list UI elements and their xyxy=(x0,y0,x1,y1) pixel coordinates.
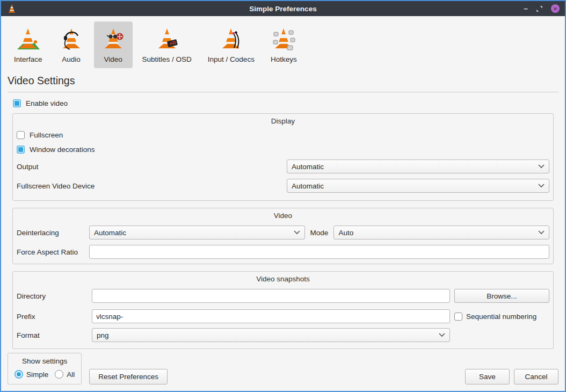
prefix-row: Prefix Sequential numbering xyxy=(17,306,549,326)
tab-interface[interactable]: Interface xyxy=(8,21,49,68)
prefix-label: Prefix xyxy=(17,313,88,321)
tab-label: Audio xyxy=(62,55,81,63)
save-button[interactable]: Save xyxy=(465,369,510,384)
chevron-down-icon xyxy=(538,184,545,188)
format-select[interactable]: png xyxy=(92,328,450,342)
enable-video-label: Enable video xyxy=(26,99,68,107)
force-aspect-ratio-label: Force Aspect Ratio xyxy=(17,248,89,256)
simple-radio-label: Simple xyxy=(26,371,48,379)
tab-subtitles-osd[interactable]: Subtitles / OSD xyxy=(136,21,198,68)
fullscreen-video-device-row: Fullscreen Video Device Automatic xyxy=(17,176,549,195)
hotkeys-icon xyxy=(271,26,296,52)
radio-all[interactable]: All xyxy=(55,370,75,379)
fullscreen-checkbox[interactable] xyxy=(17,131,25,139)
interface-icon xyxy=(15,26,41,52)
restore-icon xyxy=(536,5,543,12)
video-icon xyxy=(100,26,126,52)
snapshots-group-title: Video snapshots xyxy=(13,272,553,285)
browse-button[interactable]: Browse... xyxy=(454,289,549,303)
fullscreen-label: Fullscreen xyxy=(30,131,63,139)
directory-row: Directory Browse... xyxy=(17,286,549,306)
deinterlacing-select[interactable]: Automatic xyxy=(89,226,305,239)
cancel-button[interactable]: Cancel xyxy=(514,369,558,384)
chevron-down-icon xyxy=(439,333,445,337)
display-group-title: Display xyxy=(13,114,553,127)
show-settings-group: Show settings Simple All xyxy=(8,353,82,384)
chevron-down-icon xyxy=(538,164,545,169)
fullscreen-row: Fullscreen xyxy=(17,128,549,142)
window-decorations-row: Window decorations xyxy=(17,142,549,157)
snapshots-group: Video snapshots Directory Browse... Pref… xyxy=(12,271,554,349)
page-title: Video Settings xyxy=(8,75,558,87)
close-button[interactable]: ✕ xyxy=(551,4,560,13)
tab-video[interactable]: Video xyxy=(94,21,133,68)
output-select[interactable]: Automatic xyxy=(287,159,549,173)
video-group: Video Deinterlacing Automatic Mode Auto … xyxy=(12,208,554,264)
fullscreen-video-device-label: Fullscreen Video Device xyxy=(17,182,287,190)
restore-button[interactable] xyxy=(536,5,543,12)
audio-icon xyxy=(59,26,84,52)
tab-label: Input / Codecs xyxy=(208,55,255,63)
reset-preferences-button[interactable]: Reset Preferences xyxy=(89,369,168,384)
force-aspect-ratio-row: Force Aspect Ratio xyxy=(17,245,549,259)
display-group: Display Fullscreen Window decorations Ou… xyxy=(12,113,554,201)
preferences-toolbar: Interface Audio xyxy=(1,16,565,68)
deinterlacing-row: Deinterlacing Automatic Mode Auto xyxy=(17,226,549,239)
window-decorations-checkbox[interactable] xyxy=(17,146,25,154)
tab-input-codecs[interactable]: Input / Codecs xyxy=(201,21,261,68)
all-radio-label: All xyxy=(67,371,75,379)
titlebar: Simple Preferences – ✕ xyxy=(1,1,565,16)
prefix-input[interactable] xyxy=(92,309,450,323)
chevron-down-icon xyxy=(538,230,545,235)
output-label: Output xyxy=(17,163,287,171)
enable-video-checkbox[interactable] xyxy=(13,99,21,107)
format-row: Format png xyxy=(17,326,549,344)
deinterlacing-label: Deinterlacing xyxy=(17,229,89,237)
preferences-window: Simple Preferences – ✕ Interface xyxy=(0,0,566,392)
mode-label: Mode xyxy=(310,229,329,237)
window-decorations-label: Window decorations xyxy=(30,146,95,154)
force-aspect-ratio-input[interactable] xyxy=(89,245,549,259)
sequential-numbering-label: Sequential numbering xyxy=(466,313,536,321)
fullscreen-video-device-select[interactable]: Automatic xyxy=(287,179,549,193)
video-group-title: Video xyxy=(13,208,553,221)
input-codecs-icon xyxy=(218,26,244,52)
tab-label: Video xyxy=(104,55,122,63)
heading-divider xyxy=(8,92,558,92)
tab-audio[interactable]: Audio xyxy=(52,21,91,68)
window-controls: – ✕ xyxy=(524,4,560,13)
output-row: Output Automatic xyxy=(17,157,549,176)
directory-label: Directory xyxy=(17,292,88,300)
show-settings-title: Show settings xyxy=(22,357,67,365)
deinterlace-mode-select[interactable]: Auto xyxy=(333,226,549,239)
tab-hotkeys[interactable]: Hotkeys xyxy=(264,21,303,68)
radio-simple[interactable]: Simple xyxy=(14,370,48,379)
all-radio-button[interactable] xyxy=(55,370,63,379)
format-label: Format xyxy=(17,331,88,339)
chevron-down-icon xyxy=(294,230,300,235)
simple-radio-button[interactable] xyxy=(14,370,23,379)
sequential-numbering-row: Sequential numbering xyxy=(454,313,549,321)
subtitles-icon xyxy=(154,26,180,52)
minimize-button[interactable]: – xyxy=(524,6,528,11)
tab-label: Interface xyxy=(14,55,42,63)
enable-video-row: Enable video xyxy=(13,99,565,107)
footer: Show settings Simple All Reset Preferenc… xyxy=(1,353,565,391)
tab-label: Subtitles / OSD xyxy=(142,55,192,63)
tab-label: Hotkeys xyxy=(271,55,297,63)
directory-input[interactable] xyxy=(92,289,450,303)
vlc-app-icon xyxy=(6,3,17,14)
sequential-numbering-checkbox[interactable] xyxy=(454,313,462,321)
window-title: Simple Preferences xyxy=(1,5,565,13)
